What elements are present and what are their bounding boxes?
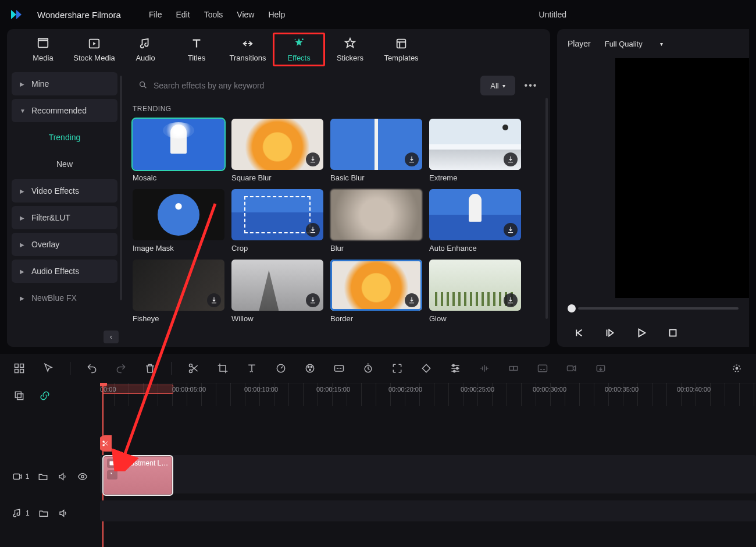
effect-thumbnail[interactable] [330,189,422,240]
export-frame-icon[interactable] [593,361,608,376]
sidebar-item-mine[interactable]: ▶Mine [12,72,117,95]
effect-card[interactable]: Border [330,260,422,323]
sidebar-collapse-button[interactable]: ‹ [104,331,119,343]
download-icon[interactable] [504,293,518,307]
download-icon[interactable] [405,152,419,166]
mute-icon[interactable] [57,471,69,482]
more-options-button[interactable]: ••• [522,77,540,94]
adjustment-layer-clip[interactable]: Adjustment La... [102,455,173,496]
download-icon[interactable] [306,152,320,166]
keyframe-icon[interactable] [419,361,434,376]
sidebar-item-new[interactable]: New [12,152,117,176]
effect-card[interactable]: Fisheye [133,260,224,323]
razor-button[interactable] [100,435,112,452]
color-icon[interactable] [302,361,318,376]
effect-card[interactable]: Extreme [429,119,521,182]
video-preview[interactable] [615,58,749,298]
effect-thumbnail[interactable] [330,119,422,170]
prev-frame-button[interactable] [571,325,586,340]
timeline-ruler[interactable]: 00:0000:00:05:0000:00:10:0000:00:15:0000… [100,383,756,406]
audio-track-header[interactable]: 1 [0,499,100,527]
folder-icon[interactable] [38,507,49,519]
effect-card[interactable]: Willow [231,260,323,323]
cursor-icon[interactable] [41,361,56,376]
visibility-icon[interactable] [77,471,88,482]
record-icon[interactable] [564,361,579,376]
filter-all-dropdown[interactable]: All▾ [480,76,515,95]
download-icon[interactable] [504,152,518,166]
mute-icon[interactable] [58,507,69,519]
redo-icon[interactable] [113,361,129,376]
link-icon[interactable] [37,388,52,403]
sidebar-item-audio-effects[interactable]: ▶Audio Effects [12,260,117,283]
effect-thumbnail[interactable] [429,119,521,170]
effect-card[interactable]: Crop [231,189,323,253]
effect-thumbnail[interactable] [231,119,323,170]
tab-audio[interactable]: Audio [120,33,171,66]
tab-media[interactable]: Media [17,33,69,66]
tab-transitions[interactable]: Transitions [222,33,273,66]
sidebar-item-trending[interactable]: Trending [12,126,117,149]
tab-stock-media[interactable]: Stock Media [69,33,120,66]
effect-thumbnail[interactable] [231,260,323,311]
audio-lane[interactable] [100,497,756,525]
effect-thumbnail[interactable] [429,189,521,240]
sidebar-item-filter-lut[interactable]: ▶Filter&LUT [12,206,117,229]
menu-tools[interactable]: Tools [204,10,223,19]
video-lane[interactable]: Adjustment La... [100,452,756,497]
play-button[interactable] [634,325,649,340]
timer-icon[interactable] [361,361,376,376]
audio-wave-icon[interactable] [477,361,492,376]
stop-button[interactable] [665,325,680,340]
effect-card[interactable]: Glow [429,260,521,323]
quality-dropdown[interactable]: Full Quality ▾ [599,34,669,53]
tab-templates[interactable]: Templates [376,33,427,66]
timeline-tracks-area[interactable]: 00:0000:00:05:0000:00:10:0000:00:15:0000… [100,383,756,547]
effect-card[interactable]: Mosaic [133,119,224,182]
player-scrubber[interactable] [557,298,749,319]
video-track-header[interactable]: 1 [0,454,100,499]
scrubber-handle[interactable] [568,304,576,312]
split-icon[interactable] [186,361,201,376]
effect-thumbnail[interactable] [133,260,224,311]
download-icon[interactable] [405,293,419,307]
download-icon[interactable] [207,293,221,307]
tab-titles[interactable]: Titles [171,33,222,66]
effect-thumbnail[interactable] [133,119,224,170]
effect-thumbnail[interactable] [133,189,224,240]
download-icon[interactable] [306,293,320,307]
tab-effects[interactable]: Effects [273,33,324,66]
group-icon[interactable] [506,361,521,376]
step-play-button[interactable] [602,325,618,340]
download-icon[interactable] [504,223,518,237]
menu-help[interactable]: Help [268,10,285,19]
menu-file[interactable]: File [149,10,162,19]
adjust-icon[interactable] [448,361,463,376]
timeline-settings-icon[interactable] [729,361,744,376]
layout-icon[interactable] [12,361,27,376]
delete-icon[interactable] [142,361,158,376]
text-icon[interactable] [244,361,259,376]
speed-icon[interactable] [273,361,288,376]
effect-card[interactable]: Basic Blur [330,119,422,182]
effect-card[interactable]: Image Mask [133,189,224,253]
sidebar-item-video-effects[interactable]: ▶Video Effects [12,179,117,203]
tab-stickers[interactable]: Stickers [324,33,376,66]
sidebar-item-recommended[interactable]: ▼Recommended [12,99,117,122]
menu-edit[interactable]: Edit [176,10,190,19]
sidebar-item-overlay[interactable]: ▶Overlay [12,233,117,256]
effect-thumbnail[interactable] [429,260,521,311]
undo-icon[interactable] [84,361,99,376]
folder-icon[interactable] [38,471,49,482]
caption-icon[interactable] [331,361,347,376]
search-input[interactable] [154,81,468,90]
effect-thumbnail[interactable] [231,189,323,240]
expand-icon[interactable] [390,361,405,376]
add-track-icon[interactable] [12,388,27,403]
scrubber-track[interactable] [578,307,739,310]
effect-thumbnail[interactable] [330,260,422,311]
effect-card[interactable]: Auto Enhance [429,189,521,253]
effect-card[interactable]: Square Blur [231,119,323,182]
crop-icon[interactable] [215,361,230,376]
sidebar-item-newblue-fx[interactable]: ▶NewBlue FX [12,286,117,310]
